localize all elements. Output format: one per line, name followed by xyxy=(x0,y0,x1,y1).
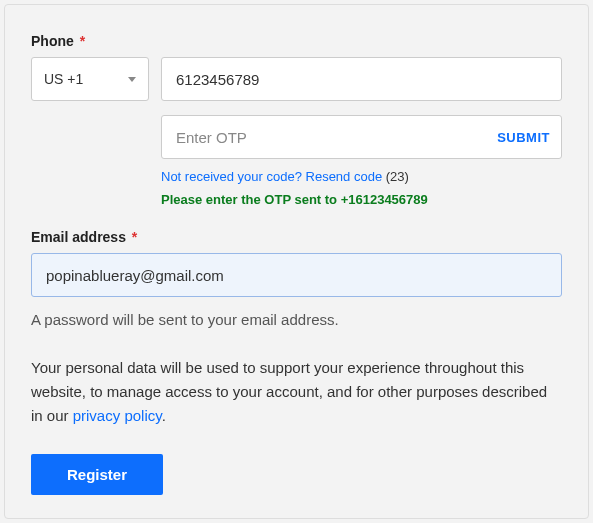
otp-section: SUBMIT Not received your code? Resend co… xyxy=(161,115,562,207)
chevron-down-icon xyxy=(128,77,136,82)
privacy-policy-link[interactable]: privacy policy xyxy=(73,407,162,424)
otp-sent-message: Please enter the OTP sent to +1612345678… xyxy=(161,192,562,207)
resend-code-link[interactable]: Not received your code? Resend code xyxy=(161,169,382,184)
phone-label: Phone * xyxy=(31,33,562,49)
phone-required: * xyxy=(80,33,85,49)
email-field: Email address * xyxy=(31,229,562,297)
otp-row: SUBMIT xyxy=(161,115,562,159)
register-button[interactable]: Register xyxy=(31,454,163,495)
country-code-value: US +1 xyxy=(44,71,83,87)
email-required: * xyxy=(132,229,137,245)
email-label: Email address * xyxy=(31,229,562,245)
phone-label-text: Phone xyxy=(31,33,74,49)
password-hint: A password will be sent to your email ad… xyxy=(31,311,562,328)
country-code-select[interactable]: US +1 xyxy=(31,57,149,101)
phone-row: US +1 xyxy=(31,57,562,101)
resend-countdown: (23) xyxy=(386,169,409,184)
register-form: Phone * US +1 SUBMIT Not received your c… xyxy=(4,4,589,519)
resend-line: Not received your code? Resend code (23) xyxy=(161,169,562,184)
privacy-text: Your personal data will be used to suppo… xyxy=(31,356,562,428)
phone-input[interactable] xyxy=(161,57,562,101)
privacy-suffix: . xyxy=(162,407,166,424)
otp-submit-button[interactable]: SUBMIT xyxy=(497,130,550,145)
email-label-text: Email address xyxy=(31,229,126,245)
email-input[interactable] xyxy=(31,253,562,297)
